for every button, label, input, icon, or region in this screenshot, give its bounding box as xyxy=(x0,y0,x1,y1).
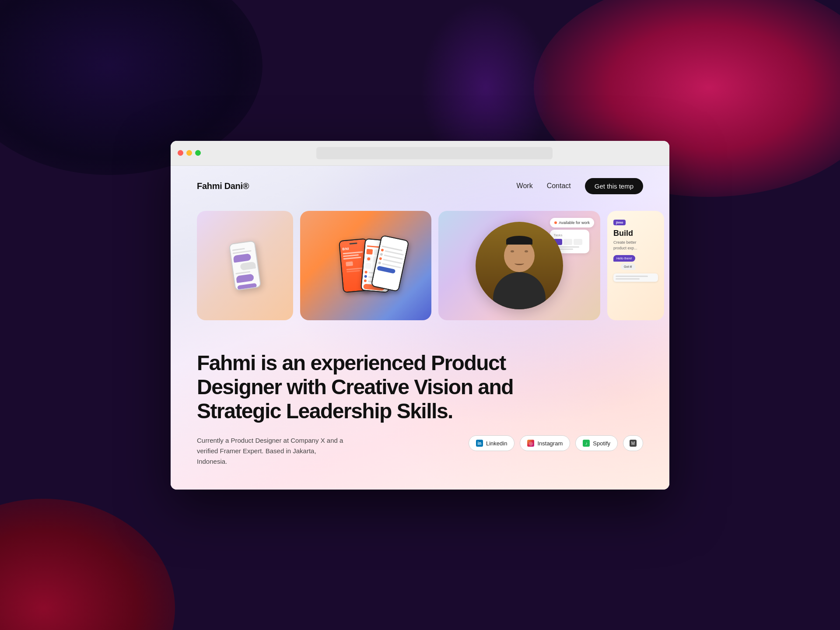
bni-phones-group: BNI xyxy=(341,239,391,292)
profile-photo-circle xyxy=(476,222,563,309)
cards-section: BNI xyxy=(171,206,669,329)
linkedin-button[interactable]: in Linkedin xyxy=(469,435,514,451)
nav-links: Work Contact Get this temp xyxy=(517,178,643,194)
hero-section: Fahmi is an experienced Product Designer… xyxy=(171,329,669,485)
social-links-group: in Linkedin ◎ Instagram ♪ Spotify M xyxy=(469,435,643,451)
navbar: Fahmi Dani® Work Contact Get this temp xyxy=(171,166,669,206)
traffic-light-yellow[interactable] xyxy=(186,150,192,156)
card-chat-app[interactable] xyxy=(197,211,293,320)
jimo-mini-card xyxy=(613,273,658,282)
instagram-button[interactable]: ◎ Instagram xyxy=(520,435,570,451)
hero-description: Currently a Product Designer at Company … xyxy=(197,435,346,467)
traffic-lights xyxy=(178,150,201,156)
linkedin-icon: in xyxy=(476,440,483,447)
nav-logo: Fahmi Dani® xyxy=(197,181,249,191)
spotify-label: Spotify xyxy=(593,440,610,447)
get-template-button[interactable]: Get this temp xyxy=(585,178,643,194)
card-jimo[interactable]: jimo Build Create betterproduct exp... H… xyxy=(607,211,664,320)
spotify-button[interactable]: ♪ Spotify xyxy=(575,435,618,451)
spotify-icon: ♪ xyxy=(583,440,590,447)
jimo-chat-preview: Hello there! Got it! xyxy=(613,255,635,270)
hero-bottom: Currently a Product Designer at Company … xyxy=(197,435,643,467)
person-head xyxy=(504,239,535,272)
instagram-icon: ◎ xyxy=(527,440,534,447)
browser-window: Fahmi Dani® Work Contact Get this temp xyxy=(171,141,669,490)
traffic-light-green[interactable] xyxy=(195,150,201,156)
address-bar[interactable] xyxy=(316,147,553,159)
instagram-label: Instagram xyxy=(537,440,563,447)
cards-row: BNI xyxy=(171,211,669,320)
mail-icon: M xyxy=(630,440,637,447)
traffic-light-red[interactable] xyxy=(178,150,183,156)
hero-title: Fahmi is an experienced Product Designer… xyxy=(197,351,556,424)
phone-chat-mockup xyxy=(229,240,261,290)
mail-button[interactable]: M xyxy=(623,435,643,451)
browser-chrome xyxy=(171,141,669,166)
jimo-brand-badge: jimo xyxy=(613,220,626,225)
nav-link-contact[interactable]: Contact xyxy=(547,182,571,190)
person-body xyxy=(493,272,546,309)
person-figure xyxy=(489,239,550,309)
card-bni-banking[interactable]: BNI xyxy=(300,211,431,320)
page-content: Fahmi Dani® Work Contact Get this temp xyxy=(171,166,669,490)
card-profile[interactable]: Available for work Tasks xyxy=(438,211,600,320)
jimo-card-title: Build xyxy=(613,229,633,238)
jimo-card-subtitle: Create betterproduct exp... xyxy=(613,240,637,251)
linkedin-label: Linkedin xyxy=(486,440,507,447)
nav-link-work[interactable]: Work xyxy=(517,182,533,190)
